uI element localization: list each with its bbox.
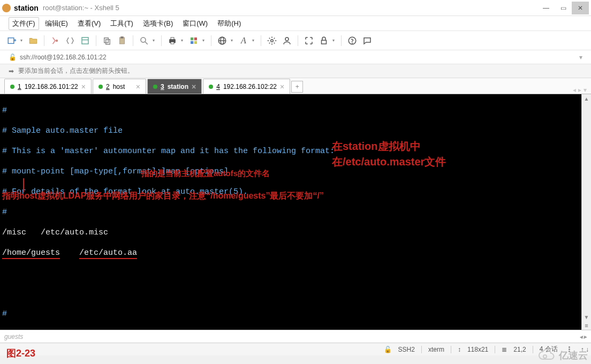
terminal-line: # mount-point [map-type[,format]:]map [o…: [2, 166, 579, 177]
mini-scroll-left[interactable]: ◂: [579, 333, 582, 340]
user-icon[interactable]: [281, 34, 293, 47]
scrollbar-options-icon[interactable]: ≡: [582, 321, 591, 330]
dropdown-icon[interactable]: ▾: [332, 38, 337, 43]
globe-icon[interactable]: [216, 34, 229, 47]
dropdown-icon[interactable]: ▾: [181, 38, 185, 43]
search-icon[interactable]: [138, 34, 150, 47]
menu-bar: 文件(F) 编辑(E) 查看(V) 工具(T) 选项卡(B) 窗口(W) 帮助(…: [0, 16, 591, 31]
tab-list-icon[interactable]: ▾: [584, 86, 587, 94]
menu-help[interactable]: 帮助(H): [214, 17, 245, 30]
session-tab-1[interactable]: 1 192.168.26.101:22 ×: [4, 79, 92, 94]
tab-bar: 1 192.168.26.101:22 × 2 host × 3 station…: [0, 78, 591, 94]
size-icon: ↕: [458, 346, 461, 353]
status-term: xterm: [428, 346, 444, 353]
close-button[interactable]: ✕: [572, 2, 589, 14]
dropdown-icon[interactable]: ▾: [231, 38, 235, 43]
address-url[interactable]: ssh://root@192.168.26.101:22: [20, 54, 107, 61]
address-bar: 🔓 ssh://root@192.168.26.101:22 ▾: [0, 50, 591, 64]
figure-label: 图2-23: [6, 347, 35, 360]
tab-label: station: [168, 83, 188, 90]
tab-label: 192.168.26.102:22: [223, 83, 277, 90]
tab-close-icon[interactable]: ×: [136, 82, 140, 91]
chat-icon[interactable]: [361, 34, 374, 47]
svg-rect-18: [194, 41, 197, 43]
color-scheme-icon[interactable]: [187, 34, 200, 47]
addressbar-chevron[interactable]: ▾: [579, 54, 582, 61]
callout-line: [23, 178, 24, 192]
font-icon[interactable]: A: [237, 34, 250, 47]
session-tab-2[interactable]: 2 host ×: [93, 79, 146, 94]
menu-file[interactable]: 文件(F): [9, 17, 39, 30]
tab-prev-icon[interactable]: ◂: [573, 86, 576, 94]
hint-arrow-icon[interactable]: ➡: [9, 67, 14, 75]
terminal-line: # Sample auto.master file: [2, 126, 579, 136]
annotation-location-1: 在station虚拟机中: [332, 141, 421, 151]
svg-point-27: [543, 355, 547, 358]
terminal-line: /misc /etc/auto.misc: [2, 228, 579, 238]
terminal[interactable]: # # Sample auto.master file # This is a …: [0, 94, 581, 330]
lock-status-icon: 🔓: [384, 346, 392, 353]
svg-rect-13: [171, 37, 174, 40]
vertical-scrollbar[interactable]: ▲ ▼ ≡: [581, 94, 591, 330]
lock-icon[interactable]: [317, 34, 330, 47]
app-icon: [2, 4, 11, 12]
session-tab-4[interactable]: 4 192.168.26.102:22 ×: [203, 79, 290, 94]
disconnect-icon[interactable]: [64, 34, 77, 47]
tab-close-icon[interactable]: ×: [81, 82, 86, 91]
copy-icon[interactable]: [101, 34, 113, 47]
paste-icon[interactable]: [116, 34, 128, 47]
menu-tools[interactable]: 工具(T): [107, 17, 137, 30]
svg-point-26: [352, 43, 353, 43]
dropdown-icon[interactable]: ▾: [202, 38, 207, 43]
menu-view[interactable]: 查看(V): [74, 17, 104, 30]
fullscreen-icon[interactable]: [302, 34, 315, 47]
maximize-button[interactable]: ▭: [555, 2, 572, 14]
menu-tabs[interactable]: 选项卡(B): [139, 17, 177, 30]
help-icon[interactable]: [346, 34, 359, 47]
terminal-line: /home/guests /etc/auto.aa: [2, 248, 579, 258]
tab-next-icon[interactable]: ▸: [578, 86, 581, 94]
svg-rect-17: [191, 41, 193, 43]
pos-icon: ≣: [502, 346, 507, 353]
reconnect-icon[interactable]: [49, 34, 62, 47]
mini-scroll-right[interactable]: ▸: [584, 333, 587, 340]
scroll-up-icon[interactable]: ▲: [582, 94, 591, 103]
session-name: station: [14, 4, 39, 12]
svg-rect-16: [194, 37, 197, 40]
minimize-button[interactable]: —: [537, 2, 555, 14]
tab-close-icon[interactable]: ×: [192, 82, 196, 91]
dropdown-icon[interactable]: ▾: [20, 38, 25, 43]
terminal-line: #: [2, 207, 579, 217]
status-bar: 🔓 SSH2 xterm ↕ 118x21 ≣ 21,2 4 会话 ↑ ↓: [0, 343, 591, 355]
terminal-line: # This is a 'master' automounter map and…: [2, 146, 579, 156]
status-dot-icon: [209, 85, 213, 89]
terminal-line: #: [2, 309, 579, 319]
session-tab-3[interactable]: 3 station ×: [147, 79, 202, 94]
lock-small-icon: 🔓: [9, 54, 17, 61]
hint-text: 要添加当前会话，点击左侧的箭头按钮。: [18, 66, 134, 75]
compose-bar[interactable]: guests ◂▸: [0, 330, 591, 343]
print-icon[interactable]: [166, 34, 179, 47]
menu-edit[interactable]: 编辑(E): [41, 17, 72, 30]
blank-line: [2, 268, 579, 278]
window-subtitle: root@station:~ - Xshell 5: [43, 4, 119, 12]
scroll-down-icon[interactable]: ▼: [582, 313, 591, 321]
status-position: 21,2: [513, 346, 526, 353]
cloud-logo-icon: [537, 350, 556, 361]
tab-close-icon[interactable]: ×: [280, 82, 284, 91]
blank-line: [2, 289, 579, 299]
new-session-icon[interactable]: [5, 34, 18, 47]
svg-rect-4: [82, 37, 88, 44]
svg-point-3: [56, 40, 58, 41]
annotation-homedir: 指明host虚拟机LDAP服务中网络用户的家目录，注意“/home/guests…: [2, 191, 324, 201]
menu-window[interactable]: 窗口(W): [179, 17, 211, 30]
add-tab-button[interactable]: +: [291, 81, 303, 93]
dropdown-icon[interactable]: ▾: [252, 38, 256, 43]
dropdown-icon[interactable]: ▾: [153, 38, 157, 43]
annotation-location-2: 在/etc/auto.master文件: [332, 157, 446, 167]
properties-icon[interactable]: [79, 34, 92, 47]
watermark: 亿速云: [537, 349, 588, 362]
svg-point-10: [141, 37, 146, 42]
open-icon[interactable]: [27, 34, 40, 47]
gear-icon[interactable]: [266, 34, 278, 47]
